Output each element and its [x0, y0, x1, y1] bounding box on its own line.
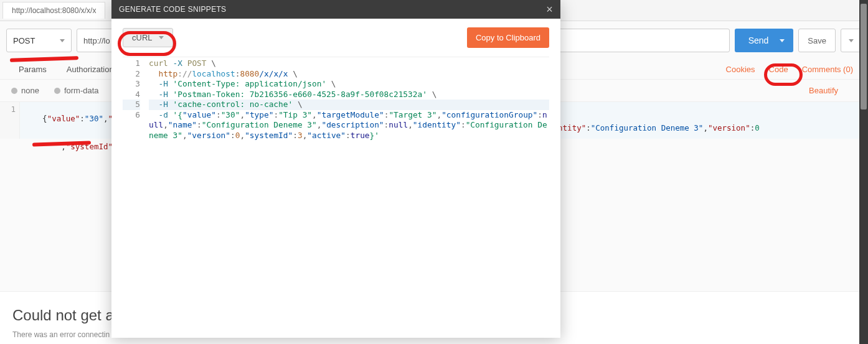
chevron-down-icon	[60, 39, 65, 42]
language-select-value: cURL	[132, 33, 153, 42]
code-editor[interactable]: 1 2 3 4 5 6 curl -X POST \ http://localh…	[123, 57, 549, 338]
body-gutter: 1	[0, 102, 20, 139]
save-more-button[interactable]	[841, 29, 862, 52]
send-button-label: Send	[748, 35, 769, 45]
radio-icon	[54, 88, 60, 94]
method-select-value: POST	[13, 36, 35, 45]
save-button[interactable]: Save	[798, 29, 836, 52]
link-comments[interactable]: Comments (0)	[802, 65, 853, 74]
radio-none-label: none	[21, 86, 39, 95]
right-links: Cookies Code Comments (0)	[726, 65, 859, 74]
method-select[interactable]: POST	[6, 29, 72, 52]
copy-to-clipboard-button[interactable]: Copy to Clipboard	[467, 27, 549, 48]
link-code[interactable]: Code	[769, 65, 788, 74]
window-scrollbar[interactable]	[859, 0, 868, 344]
code-line: -H 'cache-control: no-cache' \	[149, 100, 549, 110]
modal-toolbar: cURL Copy to Clipboard	[111, 19, 560, 57]
radio-form-data[interactable]: form-data	[54, 86, 99, 95]
chevron-down-icon	[849, 39, 854, 42]
scrollbar-thumb[interactable]	[861, 4, 867, 109]
radio-form-data-label: form-data	[64, 86, 99, 95]
code-line: -H 'Content-Type: application/json' \	[149, 79, 549, 90]
beautify-link[interactable]: Beautify	[809, 86, 857, 95]
request-tab[interactable]: http://localhost:8080/x/x/x	[2, 2, 105, 19]
code-line: -H 'Postman-Token: 7b216356-e660-4525-8a…	[149, 90, 549, 100]
radio-none[interactable]: none	[11, 86, 39, 95]
chevron-down-icon	[159, 36, 164, 39]
code-gutter: 1 2 3 4 5 6	[123, 57, 145, 338]
modal-header: GENERATE CODE SNIPPETS ×	[111, 0, 560, 19]
code-content[interactable]: curl -X POST \ http://localhost:8080/x/x…	[145, 57, 549, 338]
modal-title: GENERATE CODE SNIPPETS	[119, 5, 226, 14]
code-line: curl -X POST \	[149, 58, 549, 69]
radio-icon	[11, 88, 17, 94]
code-line: http://localhost:8080/x/x/x \	[149, 69, 549, 80]
tab-params[interactable]: Params	[9, 60, 57, 79]
close-icon[interactable]: ×	[546, 4, 553, 15]
body-gutter-line: 1	[0, 105, 16, 114]
generate-code-modal: GENERATE CODE SNIPPETS × cURL Copy to Cl…	[111, 0, 560, 338]
code-line: -d '{"value":"30","type":"Tip 3","target…	[149, 110, 549, 141]
chevron-down-icon	[780, 39, 785, 42]
link-cookies[interactable]: Cookies	[726, 65, 755, 74]
send-button[interactable]: Send	[735, 29, 794, 52]
language-select[interactable]: cURL	[123, 28, 173, 47]
